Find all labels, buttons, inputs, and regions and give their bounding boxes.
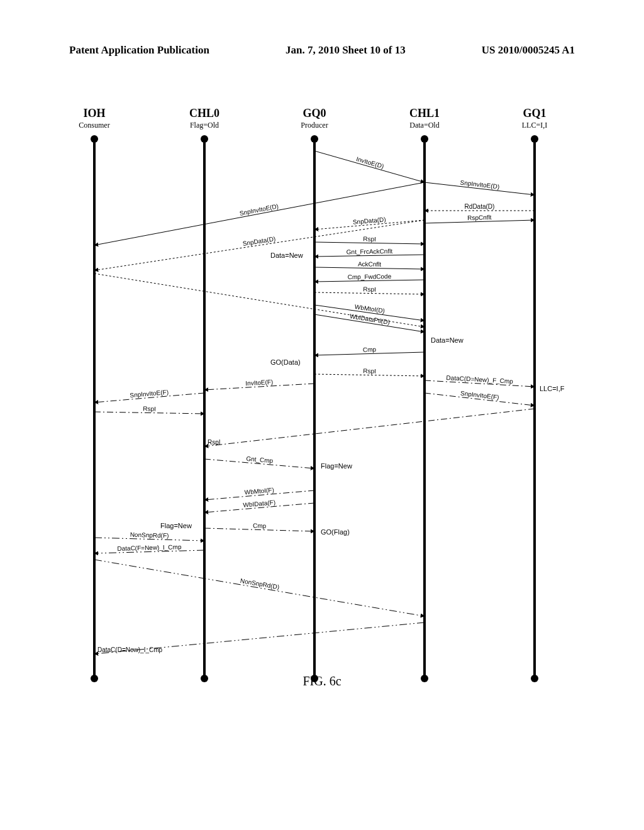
lifeline-subtitle: LLC=I,I xyxy=(509,121,560,130)
message-arrow xyxy=(204,409,535,446)
message-label: RspI xyxy=(208,439,221,446)
state-annotation: Flag=New xyxy=(321,462,352,470)
lifeline-header: GQ1 xyxy=(509,107,560,120)
lifeline-subtitle: Flag=Old xyxy=(179,121,230,130)
message-arrow xyxy=(94,560,425,616)
header-right: US 2010/0005245 A1 xyxy=(482,44,575,57)
lifeline-subtitle: Consumer xyxy=(69,121,119,130)
message-label: Gnt_FrcAckCnflt xyxy=(347,248,393,255)
lifeline xyxy=(533,138,536,679)
message-label: SnpData(D) xyxy=(352,216,386,225)
message-label: Cmp xyxy=(363,346,377,353)
message-label: NonSnpRd(D) xyxy=(240,577,280,590)
message-label: RspI xyxy=(363,235,376,242)
lifeline-subtitle: Data=Old xyxy=(399,121,450,130)
state-annotation: GO(Flag) xyxy=(321,528,350,536)
message-label: NonSnpRd(F) xyxy=(130,531,169,540)
message-label: DataC(F=New)_I_Cmp xyxy=(117,543,182,552)
lifeline-cap xyxy=(201,135,208,143)
message-label: SnpInvItoE(F) xyxy=(130,389,169,399)
state-annotation: LLC=I,F xyxy=(540,385,565,392)
lifeline-cap xyxy=(531,135,538,143)
message-label: WbIDataPtl(D) xyxy=(349,313,390,326)
arrows-svg: InvItoE(D)SnpInvItoE(D)SnpInvItoE(D)RdDa… xyxy=(75,132,572,679)
header-left: Patent Application Publication xyxy=(69,44,209,57)
header-center: Jan. 7, 2010 Sheet 10 of 13 xyxy=(286,44,406,57)
message-label: Cmp_FwdCode xyxy=(348,273,392,280)
message-label: RspI xyxy=(143,405,156,412)
lifeline-header: CHL1 xyxy=(399,107,450,120)
message-label: RdData(D) xyxy=(465,203,495,210)
sequence-diagram: InvItoE(D)SnpInvItoE(D)SnpInvItoE(D)RdDa… xyxy=(75,132,572,679)
message-label: WbMtoI(F) xyxy=(244,487,274,496)
message-label: SnpInvItoE(D) xyxy=(239,202,279,217)
message-label: Gnt_Cmp xyxy=(246,455,274,465)
message-label: InvItoE(F) xyxy=(245,379,273,387)
message-label: Cmp xyxy=(253,522,267,529)
state-annotation: Data=New xyxy=(270,252,303,259)
message-label: DataC(D=New)_F_Cmp xyxy=(446,374,513,385)
message-label: RspCnflt xyxy=(467,214,492,221)
lifeline-cap xyxy=(421,135,428,143)
message-label: RspI xyxy=(363,367,376,374)
figure-caption: FIG. 6c xyxy=(0,674,644,689)
state-annotation: GO(Data) xyxy=(270,358,301,366)
state-annotation: Flag=New xyxy=(160,522,192,529)
lifeline-header: GQ0 xyxy=(289,107,340,120)
lifeline-header: IOH xyxy=(69,107,119,120)
message-label: DataC(D=New)_I_Cmp xyxy=(97,646,163,653)
lifeline xyxy=(203,138,206,679)
lifeline-cap xyxy=(91,135,98,143)
message-arrow xyxy=(314,151,425,182)
lifeline-cap xyxy=(311,135,318,143)
message-label: RspI xyxy=(363,285,376,292)
lifeline-header: CHL0 xyxy=(179,107,230,120)
lifeline xyxy=(93,138,96,679)
message-label: AckCnflt xyxy=(358,260,382,268)
lifeline xyxy=(313,138,316,679)
state-annotation: Data=New xyxy=(431,336,464,344)
message-label: InvItoE(D) xyxy=(355,155,384,170)
lifeline xyxy=(423,138,426,679)
lifeline-subtitle: Producer xyxy=(289,121,340,130)
